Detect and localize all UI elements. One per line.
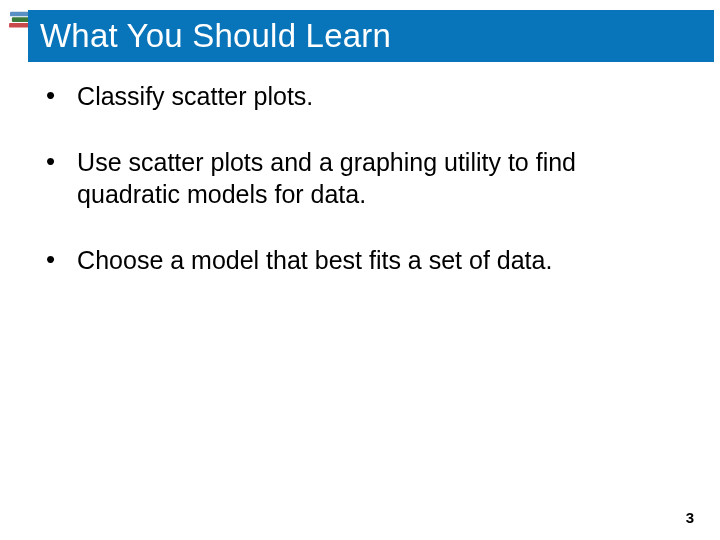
content-area: • Classify scatter plots. • Use scatter … <box>46 80 674 310</box>
bullet-dot: • <box>46 82 55 108</box>
bullet-text: Classify scatter plots. <box>77 80 313 112</box>
bullet-text: Use scatter plots and a graphing utility… <box>77 146 674 210</box>
bullet-dot: • <box>46 246 55 272</box>
slide-title: What You Should Learn <box>40 17 391 55</box>
bullet-item: • Use scatter plots and a graphing utili… <box>46 146 674 210</box>
bullet-dot: • <box>46 148 55 174</box>
bullet-text: Choose a model that best fits a set of d… <box>77 244 552 276</box>
page-number: 3 <box>686 509 694 526</box>
title-bar: What You Should Learn <box>28 10 714 62</box>
bullet-item: • Classify scatter plots. <box>46 80 674 112</box>
bullet-item: • Choose a model that best fits a set of… <box>46 244 674 276</box>
